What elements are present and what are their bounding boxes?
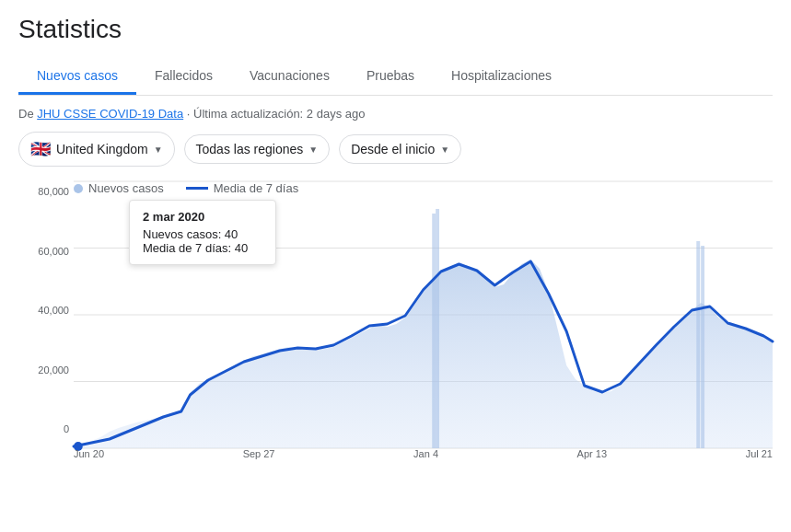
region-chevron-icon: ▼ xyxy=(308,145,318,155)
period-filter[interactable]: Desde el inicio ▼ xyxy=(339,134,461,164)
x-label-jun20: Jun 20 xyxy=(74,448,104,459)
region-label: Todas las regiones xyxy=(196,142,304,156)
svg-marker-5 xyxy=(74,260,773,448)
svg-rect-8 xyxy=(696,241,700,448)
x-label-jan4: Jan 4 xyxy=(413,448,438,459)
tab-vacunaciones[interactable]: Vacunaciones xyxy=(231,59,348,95)
x-label-apr13: Apr 13 xyxy=(577,448,607,459)
x-axis: Jun 20 Sep 27 Jan 4 Apr 13 Jul 21 xyxy=(74,448,773,459)
tab-pruebas[interactable]: Pruebas xyxy=(348,59,433,95)
period-label: Desde el inicio xyxy=(351,142,435,156)
y-label-40k: 40,000 xyxy=(18,305,69,316)
source-link[interactable]: JHU CSSE COVID-19 Data xyxy=(37,107,183,121)
svg-rect-7 xyxy=(436,209,439,448)
svg-rect-9 xyxy=(701,246,704,448)
chart-tooltip: 2 mar 2020 Nuevos casos: 40 Media de 7 d… xyxy=(129,200,276,265)
y-label-60k: 60,000 xyxy=(18,246,69,257)
y-label-20k: 20,000 xyxy=(18,364,69,376)
filters-bar: 🇬🇧 United Kingdom ▼ Todas las regiones ▼… xyxy=(18,132,773,167)
x-label-jul21: Jul 21 xyxy=(746,448,773,459)
country-chevron-icon: ▼ xyxy=(154,145,163,155)
tooltip-date: 2 mar 2020 xyxy=(143,210,262,224)
tab-fallecidos[interactable]: Fallecidos xyxy=(136,59,231,95)
x-label-sep27: Sep 27 xyxy=(243,448,275,459)
y-label-0: 0 xyxy=(18,423,69,434)
y-label-80k: 80,000 xyxy=(18,186,69,197)
country-label: United Kingdom xyxy=(56,142,148,156)
page-title: Statistics xyxy=(18,15,773,44)
source-line: De JHU CSSE COVID-19 Data · Última actua… xyxy=(18,107,773,121)
country-flag: 🇬🇧 xyxy=(30,139,51,159)
chart-container: 80,000 60,000 40,000 20,000 0 xyxy=(18,181,773,494)
tab-nuevos-casos[interactable]: Nuevos casos xyxy=(18,59,136,95)
tab-hospitalizaciones[interactable]: Hospitalizaciones xyxy=(433,59,570,95)
country-filter[interactable]: 🇬🇧 United Kingdom ▼ xyxy=(18,132,175,167)
tabs-bar: Nuevos casos Fallecidos Vacunaciones Pru… xyxy=(18,59,773,96)
region-filter[interactable]: Todas las regiones ▼ xyxy=(184,134,331,164)
chart-svg-area: 2 mar 2020 Nuevos casos: 40 Media de 7 d… xyxy=(74,181,773,448)
period-chevron-icon: ▼ xyxy=(440,145,449,155)
tooltip-row2: Media de 7 días: 40 xyxy=(143,241,262,255)
tooltip-row1: Nuevos casos: 40 xyxy=(143,227,262,241)
svg-rect-6 xyxy=(432,214,436,448)
y-axis: 80,000 60,000 40,000 20,000 0 xyxy=(18,181,69,439)
